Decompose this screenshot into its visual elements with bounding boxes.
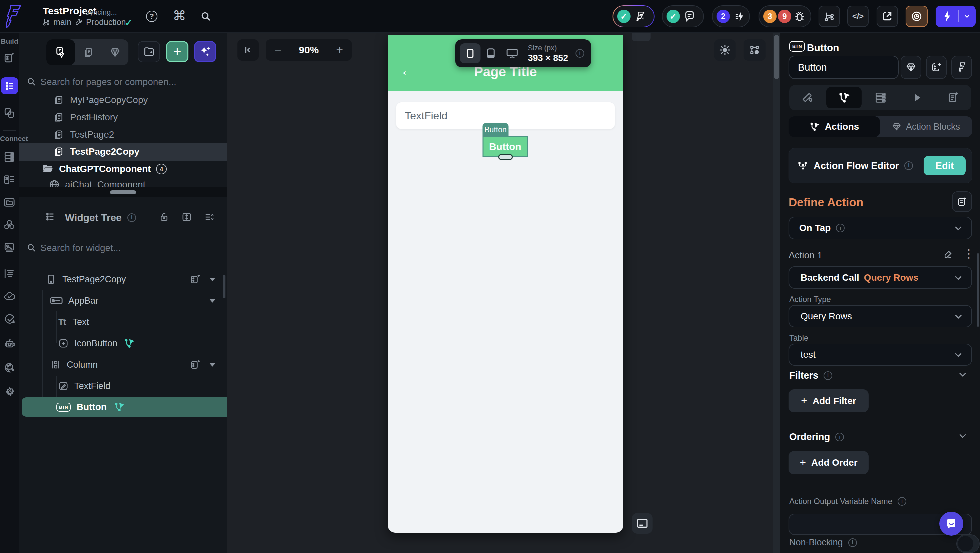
tree-row-column[interactable]: Column (19, 354, 227, 375)
ai-generate-button[interactable] (194, 41, 216, 62)
bottom-bar-toggle-button[interactable] (632, 513, 652, 534)
database-nav-icon[interactable] (4, 151, 15, 163)
device-phone-button[interactable] (460, 43, 480, 64)
widget-name-input[interactable] (789, 56, 899, 79)
info-icon[interactable]: i (904, 161, 913, 170)
tab-pages[interactable] (75, 39, 102, 65)
flutterflow-docs-button[interactable] (951, 56, 972, 79)
info-icon[interactable]: i (836, 224, 845, 232)
theme-nav-icon[interactable] (4, 362, 15, 373)
edit-action-icon[interactable] (943, 249, 953, 259)
info-icon[interactable]: i (898, 497, 906, 506)
create-component-button[interactable] (900, 56, 921, 79)
page-row-selected[interactable]: TestPage2Copy (19, 143, 227, 160)
components-nav-icon[interactable] (4, 107, 15, 119)
tree-row-appbar[interactable]: AppBar (19, 290, 227, 311)
tree-row-root[interactable]: TestPage2Copy (19, 269, 227, 290)
action-type-select[interactable]: Query Rows (789, 305, 972, 327)
design-tab-icon[interactable] (802, 92, 814, 104)
add-page-button[interactable]: + (166, 41, 188, 62)
device-tablet-button[interactable] (480, 43, 501, 64)
search-icon[interactable] (200, 11, 212, 22)
tab-pages-and-components[interactable] (46, 39, 75, 65)
page-row[interactable]: MyPageCopyCopy (19, 91, 227, 109)
info-icon[interactable]: i (848, 538, 857, 547)
files-nav-icon[interactable] (4, 197, 15, 208)
action-kind-select[interactable]: Backend Call Query Rows (789, 266, 972, 289)
zoom-out-button[interactable]: − (274, 43, 282, 57)
pages-search-input[interactable] (40, 75, 220, 89)
collapse-list-icon[interactable] (204, 212, 215, 222)
folder-row[interactable]: ChatGPTComponent 4 (19, 160, 227, 177)
settings-nav-icon[interactable] (4, 387, 15, 398)
tree-row-text[interactable]: Tt Text (19, 311, 227, 333)
open-app-button[interactable] (877, 6, 898, 27)
resize-handle[interactable] (498, 154, 513, 160)
scrollbar-track[interactable] (773, 33, 780, 553)
tree-row-textfield[interactable]: TextField (19, 375, 227, 397)
tests-nav-icon[interactable] (4, 314, 15, 325)
filters-collapse-icon[interactable] (958, 369, 968, 379)
tab-action-blocks[interactable]: Action Blocks (880, 116, 972, 137)
info-icon[interactable]: i (824, 371, 832, 380)
shortcuts-icon[interactable]: ⌘ (173, 8, 186, 23)
widget-tree-nav-item[interactable] (1, 77, 18, 94)
scrollbar-thumb[interactable] (774, 35, 779, 79)
branch-name[interactable]: main (53, 17, 72, 27)
info-icon[interactable]: i (576, 49, 584, 58)
add-page-icon[interactable] (4, 52, 15, 64)
add-filter-button[interactable]: + Add Filter (789, 389, 869, 412)
add-widget-icon[interactable] (190, 274, 201, 284)
wrap-widget-button[interactable] (926, 56, 947, 79)
collapse-panel-button[interactable] (237, 39, 259, 61)
tree-row-iconbutton[interactable]: IconButton (19, 333, 227, 354)
info-icon[interactable]: i (835, 433, 844, 441)
lock-icon[interactable] (159, 212, 169, 222)
checks-status-button[interactable]: ✓ (612, 5, 655, 27)
device-desktop-button[interactable] (501, 43, 523, 64)
integrations-nav-icon[interactable] (4, 219, 15, 230)
table-select[interactable]: test (789, 344, 972, 365)
canvas-top-handle[interactable] (632, 33, 651, 41)
help-icon[interactable]: ? (146, 11, 158, 22)
add-folder-button[interactable] (138, 41, 160, 62)
edit-flow-button[interactable]: Edit (924, 156, 966, 175)
info-icon[interactable]: i (127, 213, 136, 222)
ordering-collapse-icon[interactable] (958, 431, 968, 441)
tab-components[interactable] (102, 39, 128, 65)
non-blocking-toggle[interactable] (956, 534, 980, 553)
actions-status-button[interactable]: 2 (712, 5, 750, 27)
expand-tree-icon[interactable] (182, 212, 192, 222)
actions-tab-icon[interactable] (838, 92, 850, 104)
support-chat-button[interactable] (939, 512, 963, 536)
custom-code-nav-icon[interactable] (4, 268, 15, 279)
ai-agents-nav-icon[interactable] (4, 338, 15, 350)
collapse-caret-icon[interactable] (209, 299, 215, 303)
action-menu-icon[interactable]: ⋮ (963, 247, 974, 260)
add-widget-icon[interactable] (190, 359, 201, 370)
branch-tool-button[interactable] (819, 6, 840, 27)
zoom-in-button[interactable]: + (336, 43, 343, 57)
environment-label[interactable]: Production (86, 17, 126, 27)
add-order-button[interactable]: + Add Order (789, 451, 869, 474)
preview-eye-button[interactable] (906, 6, 928, 27)
page-row[interactable]: TestPage2 (19, 126, 227, 143)
tab-actions[interactable]: Actions (789, 116, 880, 137)
scrollbar-thumb[interactable] (977, 253, 979, 327)
copy-paste-actions-button[interactable] (952, 191, 972, 212)
canvas-settings-button[interactable] (744, 39, 765, 61)
collapse-caret-icon[interactable] (209, 363, 215, 367)
issues-status-button[interactable]: 3 9 (759, 5, 811, 27)
animations-tab-icon[interactable] (912, 92, 923, 103)
comments-status-button[interactable]: ✓ (662, 5, 704, 27)
collapse-caret-icon[interactable] (209, 278, 215, 281)
light-mode-toggle-button[interactable] (714, 39, 736, 61)
run-split-button[interactable] (935, 6, 976, 27)
splitter-handle[interactable] (110, 190, 136, 194)
tree-row-button-selected[interactable]: BTN Button (22, 397, 227, 417)
trigger-select[interactable]: On Tap i (789, 217, 972, 239)
backend-tab-icon[interactable] (875, 92, 887, 104)
media-nav-icon[interactable] (4, 242, 15, 253)
data-types-nav-icon[interactable] (4, 174, 15, 185)
flutterflow-logo[interactable] (5, 4, 21, 29)
